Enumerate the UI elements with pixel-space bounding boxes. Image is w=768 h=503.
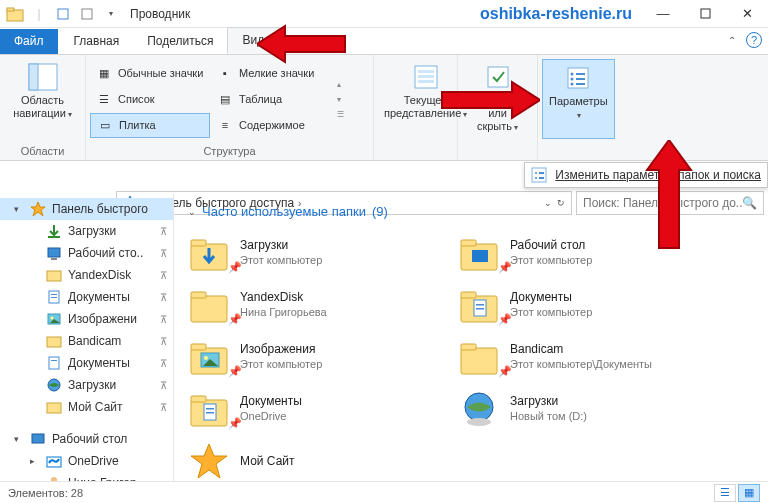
sidebar-item-icon (46, 453, 62, 469)
folder-icon: 📌 (458, 336, 500, 378)
chevron-icon: ▸ (30, 456, 40, 466)
sidebar-item[interactable]: ▸Нина Григор (0, 472, 173, 481)
view-list[interactable]: ☰Список (90, 87, 210, 112)
group-caption-panes: Области (0, 143, 85, 160)
folder-tile[interactable]: Мой Сайт (184, 435, 454, 481)
pin-icon: ⊼ (160, 248, 173, 259)
sidebar-item[interactable]: ▸OneDrive (0, 450, 173, 472)
tile-name: Загрузки (510, 394, 587, 409)
collapse-ribbon-icon[interactable]: ⌃ (728, 35, 736, 46)
sidebar-item[interactable]: ▾Панель быстрого (0, 198, 173, 220)
tab-file[interactable]: Файл (0, 29, 58, 54)
options-button[interactable]: Параметры▾ (542, 59, 615, 139)
nav-pane-button[interactable]: Область навигации▾ (4, 59, 81, 139)
tile-subtitle: OneDrive (240, 409, 302, 424)
gallery-more-icon[interactable]: ☰ (337, 110, 344, 119)
folder-tile[interactable]: 📌Рабочий столЭтот компьютер (454, 227, 724, 279)
svg-rect-37 (49, 357, 59, 369)
pin-icon: 📌 (228, 313, 242, 326)
view-layout-gallery[interactable]: ▦Обычные значки ▪Мелкие значки ☰Список ▤… (90, 61, 331, 138)
svg-rect-19 (532, 168, 546, 182)
folder-tile[interactable]: 📌ИзображенияЭтот компьютер (184, 331, 454, 383)
titlebar: | ▾ Проводник oshibka-reshenie.ru — ✕ (0, 0, 768, 28)
view-content[interactable]: ≡Содержимое (211, 113, 331, 138)
svg-rect-11 (488, 67, 508, 87)
svg-rect-45 (191, 240, 206, 246)
gallery-up-icon[interactable]: ▴ (337, 80, 344, 89)
sidebar-item-label: YandexDisk (68, 268, 131, 282)
svg-rect-10 (418, 80, 434, 83)
folder-tile[interactable]: 📌ДокументыOneDrive (184, 383, 454, 435)
svg-rect-62 (461, 344, 476, 350)
folder-tile[interactable]: 📌ЗагрузкиЭтот компьютер (184, 227, 454, 279)
folder-icon: 📌 (458, 284, 500, 326)
view-small-icons[interactable]: ▪Мелкие значки (211, 61, 331, 86)
tab-view[interactable]: Вид (227, 27, 279, 54)
options-dropdown-icon (531, 167, 547, 183)
content-area: ⌄ Часто используемые папки (9) 📌Загрузки… (174, 194, 768, 481)
close-button[interactable]: ✕ (726, 0, 768, 28)
view-normal-icons[interactable]: ▦Обычные значки (90, 61, 210, 86)
sidebar-item[interactable]: Мой Сайт⊼ (0, 396, 173, 418)
sidebar-item[interactable]: Bandicam⊼ (0, 330, 173, 352)
svg-marker-25 (31, 202, 45, 216)
statusbar-details-view[interactable]: ☰ (714, 484, 736, 502)
folder-icon (458, 388, 500, 430)
sidebar-item[interactable]: Загрузки⊼ (0, 220, 173, 242)
nav-pane-label: Область навигации▾ (10, 94, 75, 121)
sidebar-item[interactable]: Документы⊼ (0, 352, 173, 374)
view-tile[interactable]: ▭Плитка (90, 113, 210, 138)
sidebar-item[interactable]: Рабочий сто..⊼ (0, 242, 173, 264)
svg-rect-50 (191, 292, 206, 298)
sidebar-item[interactable]: Загрузки⊼ (0, 374, 173, 396)
chevron-icon: ▾ (14, 204, 24, 214)
svg-point-20 (535, 172, 537, 174)
svg-rect-67 (206, 412, 214, 414)
svg-point-69 (467, 418, 491, 426)
pin-icon: 📌 (228, 417, 242, 430)
folder-tile[interactable]: 📌BandicamЭтот компьютер\Документы (454, 331, 724, 383)
folder-tile[interactable]: 📌ДокументыЭтот компьютер (454, 279, 724, 331)
svg-rect-49 (191, 296, 227, 322)
folder-icon: 📌 (188, 284, 230, 326)
sidebar-item-label: Документы (68, 290, 130, 304)
statusbar-icons-view[interactable]: ▦ (738, 484, 760, 502)
qat-dropdown-icon[interactable]: ▾ (100, 3, 122, 25)
section-header[interactable]: ⌄ Часто используемые папки (9) (184, 200, 758, 227)
tile-subtitle: Нина Григорьева (240, 305, 327, 320)
svg-rect-55 (476, 308, 484, 310)
show-hide-label: Показатьили скрыть▾ (468, 94, 527, 134)
svg-rect-9 (418, 75, 434, 78)
show-hide-button[interactable]: Показатьили скрыть▾ (462, 59, 533, 139)
view-table[interactable]: ▤Таблица (211, 87, 331, 112)
gallery-down-icon[interactable]: ▾ (337, 95, 344, 104)
svg-rect-4 (701, 9, 710, 18)
minimize-button[interactable]: — (642, 0, 684, 28)
qat-props-icon[interactable] (52, 3, 74, 25)
section-count: (9) (372, 204, 388, 219)
maximize-button[interactable] (684, 0, 726, 28)
chevron-icon: ▾ (14, 434, 24, 444)
svg-point-59 (204, 356, 208, 360)
sidebar-item[interactable]: YandexDisk⊼ (0, 264, 173, 286)
tab-share[interactable]: Поделиться (133, 29, 227, 54)
folder-icon: 📌 (458, 232, 500, 274)
svg-marker-70 (191, 444, 227, 478)
folder-icon: 📌 (188, 388, 230, 430)
pin-icon: 📌 (228, 365, 242, 378)
sidebar-item[interactable]: Документы⊼ (0, 286, 173, 308)
help-icon[interactable]: ? (746, 32, 762, 48)
tab-home[interactable]: Главная (60, 29, 134, 54)
pin-icon: 📌 (228, 261, 242, 274)
options-dropdown-item[interactable]: Изменить параметры папок и поиска (524, 162, 768, 188)
folder-tile[interactable]: 📌YandexDiskНина Григорьева (184, 279, 454, 331)
folder-tile[interactable]: ЗагрузкиНовый том (D:) (454, 383, 724, 435)
sidebar-item[interactable]: ▾Рабочий стол (0, 428, 173, 450)
qat-new-icon[interactable] (76, 3, 98, 25)
watermark-text: oshibka-reshenie.ru (480, 5, 642, 23)
svg-point-13 (571, 73, 574, 76)
app-icon (4, 3, 26, 25)
svg-rect-61 (461, 348, 497, 374)
current-view-label: Текущеепредставление▾ (384, 94, 467, 121)
sidebar-item[interactable]: Изображени⊼ (0, 308, 173, 330)
